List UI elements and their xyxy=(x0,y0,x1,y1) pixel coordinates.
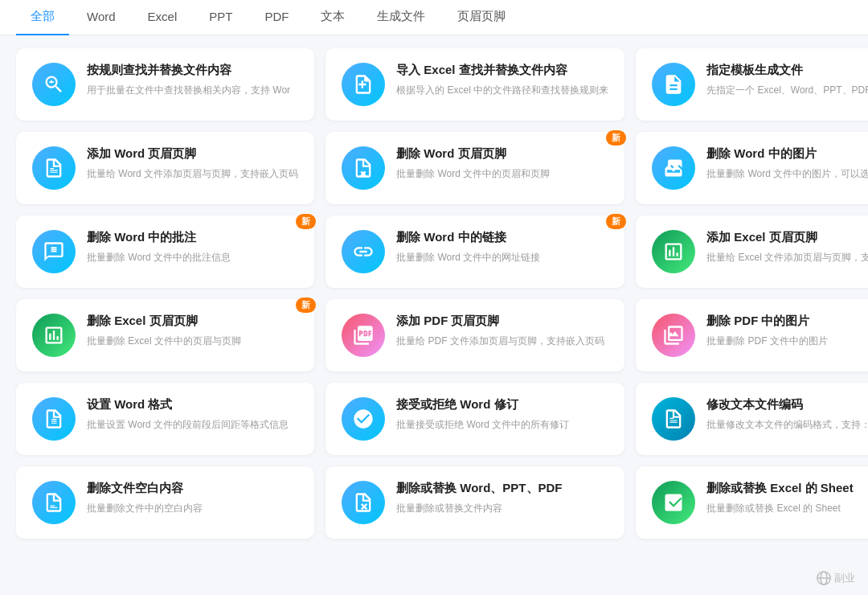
card-inner: 添加 PDF 页眉页脚 批量给 PDF 文件添加页眉与页脚，支持嵌入页码 xyxy=(342,314,608,357)
card-content: 导入 Excel 查找并替换文件内容 根据导入的 Excel 中的文件路径和查找… xyxy=(396,63,608,97)
card-accept-word-track[interactable]: 接受或拒绝 Word 修订 批量接受或拒绝 Word 文件中的所有修订 xyxy=(326,383,624,455)
card-inner: 删除或替换 Excel 的 Sheet 批量删除或替换 Excel 的 Shee… xyxy=(652,481,868,524)
card-inner: 删除 Word 中的链接 批量删除 Word 文件中的网址链接 xyxy=(342,230,608,273)
card-content: 按规则查找并替换文件内容 用于批量在文件中查找替换相关内容，支持 Wor xyxy=(87,63,298,97)
card-icon-word-delete-header xyxy=(342,146,385,190)
card-inner: 指定模板生成文件 先指定一个 Excel、Word、PPT、PDF或文本文件作 xyxy=(652,63,868,106)
card-icon-excel-find-replace xyxy=(342,63,385,106)
card-content: 设置 Word 格式 批量设置 Word 文件的段前段后间距等格式信息 xyxy=(87,397,298,432)
card-inner: 删除 PDF 中的图片 批量删除 PDF 文件中的图片 xyxy=(652,314,868,357)
card-icon-word-comments xyxy=(32,230,76,273)
card-icon-excel-delete-header xyxy=(32,314,76,357)
tab-excel[interactable]: Excel xyxy=(133,0,192,35)
card-icon-template xyxy=(652,63,695,106)
card-title: 删除或替换 Excel 的 Sheet xyxy=(706,481,868,496)
card-title: 删除 Word 中的批注 xyxy=(87,230,298,245)
card-content: 删除或替换 Excel 的 Sheet 批量删除或替换 Excel 的 Shee… xyxy=(706,481,868,515)
card-content: 添加 PDF 页眉页脚 批量给 PDF 文件添加页眉与页脚，支持嵌入页码 xyxy=(396,314,608,348)
card-desc: 批量删除文件中的空白内容 xyxy=(87,501,298,515)
tab-header-footer[interactable]: 页眉页脚 xyxy=(443,0,520,35)
card-title: 导入 Excel 查找并替换文件内容 xyxy=(396,63,608,78)
card-title: 修改文本文件编码 xyxy=(706,397,868,412)
card-delete-word-header[interactable]: 新 删除 Word 页眉页脚 批量删除 Word 文件中的页眉和页脚 xyxy=(326,132,624,204)
card-title: 按规则查找并替换文件内容 xyxy=(87,63,298,78)
card-content: 指定模板生成文件 先指定一个 Excel、Word、PPT、PDF或文本文件作 xyxy=(706,63,868,97)
card-add-excel-header[interactable]: 添加 Excel 页眉页脚 批量给 Excel 文件添加页眉与页脚，支持嵌入页码 xyxy=(636,215,868,288)
card-inner: 添加 Word 页眉页脚 批量给 Word 文件添加页眉与页脚，支持嵌入页码 xyxy=(32,146,298,190)
card-content: 添加 Word 页眉页脚 批量给 Word 文件添加页眉与页脚，支持嵌入页码 xyxy=(87,146,298,181)
tab-ppt[interactable]: PPT xyxy=(194,0,247,35)
card-desc: 批量删除或替换文件内容 xyxy=(396,501,608,515)
tab-bar: 全部WordExcelPPTPDF文本生成文件页眉页脚 xyxy=(0,0,868,35)
card-title: 删除或替换 Word、PPT、PDF xyxy=(396,481,608,496)
card-content: 删除 PDF 中的图片 批量删除 PDF 文件中的图片 xyxy=(706,314,868,348)
card-icon-pdf-header xyxy=(342,314,385,357)
card-inner: 删除 Word 页眉页脚 批量删除 Word 文件中的页眉和页脚 xyxy=(342,146,608,190)
card-content: 删除文件空白内容 批量删除文件中的空白内容 xyxy=(87,481,298,515)
tab-all[interactable]: 全部 xyxy=(16,0,69,35)
card-icon-excel-header xyxy=(652,230,695,273)
card-content: 删除 Excel 页眉页脚 批量删除 Excel 文件中的页眉与页脚 xyxy=(87,314,298,348)
card-icon-word-links xyxy=(342,230,385,273)
card-title: 删除 PDF 中的图片 xyxy=(706,314,868,329)
card-desc: 批量删除 Word 文件中的网址链接 xyxy=(396,250,608,265)
card-inner: 删除文件空白内容 批量删除文件中的空白内容 xyxy=(32,481,298,524)
card-icon-delete-blank xyxy=(32,481,76,524)
card-word-format[interactable]: 设置 Word 格式 批量设置 Word 文件的段前段后间距等格式信息 xyxy=(16,383,314,455)
card-inner: 删除 Excel 页眉页脚 批量删除 Excel 文件中的页眉与页脚 xyxy=(32,314,298,357)
card-desc: 批量删除或替换 Excel 的 Sheet xyxy=(706,501,868,515)
card-inner: 添加 Excel 页眉页脚 批量给 Excel 文件添加页眉与页脚，支持嵌入页码 xyxy=(652,230,868,273)
card-find-replace[interactable]: 按规则查找并替换文件内容 用于批量在文件中查找替换相关内容，支持 Wor xyxy=(16,48,314,121)
card-title: 指定模板生成文件 xyxy=(706,63,868,78)
card-icon-find-replace xyxy=(32,63,76,106)
tab-text[interactable]: 文本 xyxy=(306,0,359,35)
badge-new: 新 xyxy=(606,214,626,229)
card-content: 添加 Excel 页眉页脚 批量给 Excel 文件添加页眉与页脚，支持嵌入页码 xyxy=(706,230,868,265)
card-delete-word-comments[interactable]: 新 删除 Word 中的批注 批量删除 Word 文件中的批注信息 xyxy=(16,215,314,288)
card-delete-word-links[interactable]: 新 删除 Word 中的链接 批量删除 Word 文件中的网址链接 xyxy=(326,215,624,288)
card-title: 删除 Word 页眉页脚 xyxy=(396,146,608,162)
card-desc: 批量给 Excel 文件添加页眉与页脚，支持嵌入页码 xyxy=(706,250,868,265)
card-content: 删除 Word 中的链接 批量删除 Word 文件中的网址链接 xyxy=(396,230,608,265)
card-inner: 导入 Excel 查找并替换文件内容 根据导入的 Excel 中的文件路径和查找… xyxy=(342,63,608,106)
card-title: 设置 Word 格式 xyxy=(87,397,298,412)
badge-new: 新 xyxy=(296,298,316,313)
card-content: 删除或替换 Word、PPT、PDF 批量删除或替换文件内容 xyxy=(396,481,608,515)
card-icon-pdf-delete-img xyxy=(652,314,695,357)
card-delete-replace-word-ppt-pdf[interactable]: 删除或替换 Word、PPT、PDF 批量删除或替换文件内容 xyxy=(326,466,624,539)
card-delete-excel-header[interactable]: 新 删除 Excel 页眉页脚 批量删除 Excel 文件中的页眉与页脚 xyxy=(16,299,314,371)
tab-pdf[interactable]: PDF xyxy=(250,0,303,35)
card-content: 接受或拒绝 Word 修订 批量接受或拒绝 Word 文件中的所有修订 xyxy=(396,397,608,432)
card-delete-replace-excel-sheet[interactable]: 删除或替换 Excel 的 Sheet 批量删除或替换 Excel 的 Shee… xyxy=(636,466,868,539)
card-icon-excel-sheet xyxy=(652,481,695,524)
card-title: 删除 Word 中的链接 xyxy=(396,230,608,245)
card-desc: 批量给 PDF 文件添加页眉与页脚，支持嵌入页码 xyxy=(396,334,608,348)
card-desc: 批量删除 PDF 文件中的图片 xyxy=(706,334,868,348)
card-delete-blank[interactable]: 删除文件空白内容 批量删除文件中的空白内容 xyxy=(16,466,314,539)
badge-new: 新 xyxy=(606,130,626,146)
card-title: 接受或拒绝 Word 修订 xyxy=(396,397,608,412)
card-text-encoding[interactable]: 修改文本文件编码 批量修改文本文件的编码格式，支持：UTF-8、BIG xyxy=(636,383,868,455)
tab-generate[interactable]: 生成文件 xyxy=(362,0,440,35)
card-desc: 批量删除 Word 文件中的页眉和页脚 xyxy=(396,166,608,181)
card-add-pdf-header[interactable]: 添加 PDF 页眉页脚 批量给 PDF 文件添加页眉与页脚，支持嵌入页码 xyxy=(326,299,624,371)
card-desc: 批量修改文本文件的编码格式，支持：UTF-8、BIG xyxy=(706,417,868,432)
card-inner: 设置 Word 格式 批量设置 Word 文件的段前段后间距等格式信息 xyxy=(32,397,298,441)
card-title: 添加 PDF 页眉页脚 xyxy=(396,314,608,329)
watermark: 副业 xyxy=(817,571,855,585)
card-import-excel-find-replace[interactable]: 导入 Excel 查找并替换文件内容 根据导入的 Excel 中的文件路径和查找… xyxy=(326,48,624,121)
card-icon-text-encoding xyxy=(652,397,695,441)
card-desc: 批量删除 Excel 文件中的页眉与页脚 xyxy=(87,334,298,348)
card-title: 删除文件空白内容 xyxy=(87,481,298,496)
card-template-generate[interactable]: 指定模板生成文件 先指定一个 Excel、Word、PPT、PDF或文本文件作 xyxy=(636,48,868,121)
card-delete-word-images[interactable]: 新 删除 Word 中的图片 批量删除 Word 文件中的图片，可以选择删除页眉 xyxy=(636,132,868,204)
card-inner: 修改文本文件编码 批量修改文本文件的编码格式，支持：UTF-8、BIG xyxy=(652,397,868,441)
card-desc: 批量给 Word 文件添加页眉与页脚，支持嵌入页码 xyxy=(87,166,298,181)
card-delete-pdf-images[interactable]: 新 删除 PDF 中的图片 批量删除 PDF 文件中的图片 xyxy=(636,299,868,371)
card-add-word-header[interactable]: 添加 Word 页眉页脚 批量给 Word 文件添加页眉与页脚，支持嵌入页码 xyxy=(16,132,314,204)
card-icon-word-delete-img xyxy=(652,146,695,190)
card-content: 删除 Word 页眉页脚 批量删除 Word 文件中的页眉和页脚 xyxy=(396,146,608,181)
tab-word[interactable]: Word xyxy=(72,0,130,35)
card-inner: 删除 Word 中的批注 批量删除 Word 文件中的批注信息 xyxy=(32,230,298,273)
card-inner: 删除或替换 Word、PPT、PDF 批量删除或替换文件内容 xyxy=(342,481,608,524)
